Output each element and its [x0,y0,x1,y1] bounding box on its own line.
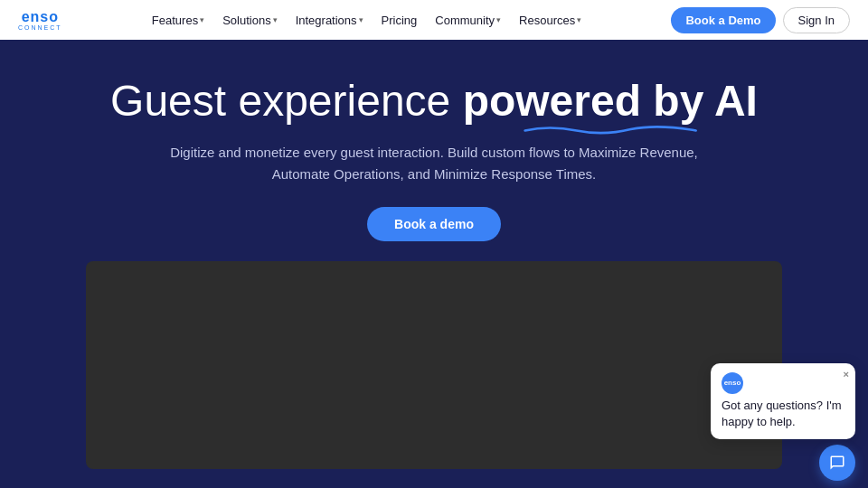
nav-item-solutions[interactable]: Solutions ▾ [215,10,284,31]
chevron-down-icon: ▾ [496,15,501,24]
chat-open-button[interactable] [819,445,855,481]
chat-bubble: × enso Got any questions? I'm happy to h… [711,363,855,439]
sign-in-button[interactable]: Sign In [783,7,850,33]
video-placeholder [86,261,782,469]
hero-cta-button[interactable]: Book a demo [367,207,501,241]
chat-icon [829,455,845,471]
hero-description: Digitize and monetize every guest intera… [163,142,705,185]
logo[interactable]: enso connect [18,10,62,31]
nav-item-resources[interactable]: Resources ▾ [512,10,589,31]
nav-item-integrations[interactable]: Integrations ▾ [288,10,371,31]
logo-sub: connect [18,24,62,31]
nav-item-features[interactable]: Features ▾ [145,10,212,31]
nav-actions: Book a Demo Sign In [671,7,850,33]
navbar: enso connect Features ▾ Solutions ▾ Inte… [0,0,868,40]
underline-decoration [463,124,758,135]
chat-bubble-text: Got any questions? I'm happy to help. [722,399,842,428]
logo-text: enso [22,10,59,24]
close-icon[interactable]: × [844,368,849,381]
hero-title-bold: powered by AI [463,76,758,126]
nav-links: Features ▾ Solutions ▾ Integrations ▾ Pr… [145,10,589,31]
nav-item-pricing[interactable]: Pricing [374,10,425,31]
chat-avatar-row: enso [722,372,844,394]
nav-item-community[interactable]: Community ▾ [428,10,508,31]
chat-widget: × enso Got any questions? I'm happy to h… [711,363,855,481]
chevron-down-icon: ▾ [273,15,278,24]
avatar: enso [722,372,743,394]
book-demo-button[interactable]: Book a Demo [671,7,775,33]
chevron-down-icon: ▾ [577,15,581,24]
hero-title: Guest experience powered by AI [18,76,850,126]
chevron-down-icon: ▾ [200,15,204,24]
chevron-down-icon: ▾ [359,15,363,24]
